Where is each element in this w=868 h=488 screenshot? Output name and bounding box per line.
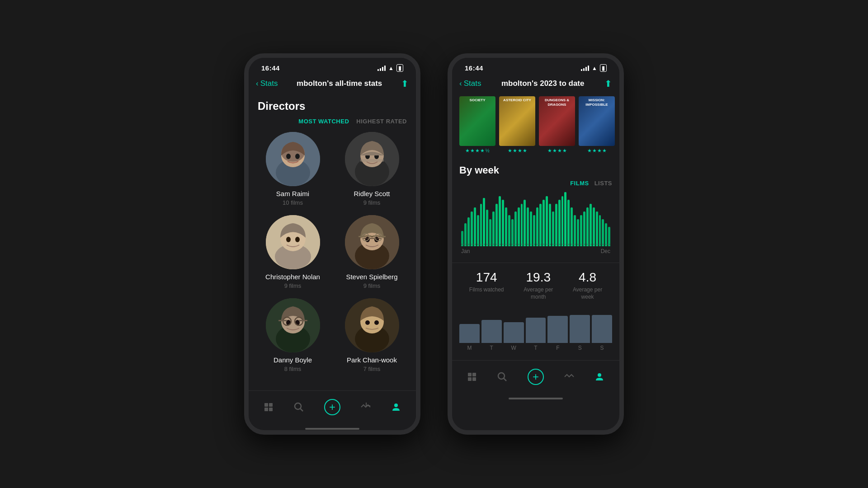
ridley-scott-avatar: [345, 132, 399, 186]
day-bar-1: [481, 320, 502, 343]
battery-icon: ▮: [396, 64, 403, 72]
avg-week-label: Average perweek: [573, 286, 602, 300]
weekly-bar-37: [577, 219, 579, 246]
svg-point-55: [598, 373, 601, 377]
director-christopher-nolan[interactable]: Christopher Nolan 9 films: [258, 215, 328, 289]
movie-title-asteroid: ASTEROID CITY: [499, 96, 535, 104]
right-back-button[interactable]: ‹ Stats: [459, 79, 481, 88]
chart-axis-labels: Jan Dec: [459, 246, 612, 254]
right-chevron-left-icon: ‹: [459, 79, 462, 88]
svg-rect-27: [378, 236, 386, 237]
movie-thumb-2[interactable]: ASTEROID CITY ★ ★ ★ ★: [499, 96, 535, 154]
right-status-time: 16:44: [465, 64, 483, 72]
lists-chart-tab[interactable]: LISTS: [594, 180, 612, 187]
weekly-bar-15: [508, 215, 510, 246]
weekly-bar-41: [590, 204, 592, 246]
weekly-bar-20: [524, 200, 526, 246]
left-share-button[interactable]: ⬆: [401, 78, 409, 89]
left-tab-add[interactable]: +: [324, 399, 340, 415]
svg-rect-51: [468, 377, 472, 381]
day-bar-wrapper-2: W: [504, 315, 524, 351]
director-park-chan-wook[interactable]: Park Chan-wook 7 films: [337, 298, 407, 372]
weekly-bar-16: [511, 219, 514, 246]
day-bar-4: [547, 316, 568, 343]
right-tab-activity[interactable]: [564, 371, 575, 382]
day-bar-wrapper-6: S: [592, 315, 612, 351]
weekly-bar-46: [605, 223, 607, 246]
svg-point-6: [295, 154, 300, 159]
movie-poster-dungeons: DUNGEONS & DRAGONS: [539, 96, 575, 146]
stats-row: 174 Films watched 19.3 Average permonth …: [452, 263, 619, 308]
right-tab-add[interactable]: +: [528, 369, 544, 385]
weekly-bar-10: [492, 211, 495, 246]
day-bar-wrapper-5: S: [570, 315, 590, 351]
right-battery-icon: ▮: [600, 64, 607, 72]
day-label-2: W: [511, 345, 516, 351]
day-label-0: M: [467, 345, 472, 351]
svg-rect-12: [360, 159, 384, 162]
day-bar-wrapper-4: F: [547, 315, 568, 351]
danny-boyle-name: Danny Boyle: [274, 356, 312, 364]
left-phone: 16:44 ▲ ▮ ‹ Stats mb: [244, 53, 420, 435]
director-steven-spielberg[interactable]: Steven Spielberg 9 films: [337, 215, 407, 289]
weekly-bar-32: [561, 196, 564, 246]
weekly-bar-38: [580, 215, 582, 246]
directors-grid: Sam Raimi 10 films: [249, 132, 416, 372]
movie-thumb-4[interactable]: MISSION: IMPOSSIBLE ★ ★ ★ ★: [579, 96, 615, 154]
weekly-bar-19: [521, 204, 523, 246]
weekly-bar-11: [495, 204, 498, 246]
weekly-bar-23: [533, 215, 535, 246]
director-ridley-scott[interactable]: Ridley Scott 9 films: [337, 132, 407, 206]
svg-rect-52: [472, 377, 476, 381]
movie-thumb-1[interactable]: SOCIETY ★ ★ ★ ★ ½: [459, 96, 495, 154]
danny-boyle-avatar: [266, 298, 320, 352]
films-tab-icon: [263, 402, 274, 413]
films-chart-tab[interactable]: FILMS: [570, 180, 589, 187]
svg-point-41: [374, 320, 379, 325]
left-tab-films[interactable]: [263, 402, 274, 413]
weekly-bar-7: [483, 198, 485, 246]
weekly-bar-35: [571, 207, 573, 246]
right-tab-search[interactable]: [497, 371, 508, 382]
svg-rect-42: [264, 403, 268, 407]
movie-thumb-3[interactable]: DUNGEONS & DRAGONS ★ ★ ★ ★: [539, 96, 575, 154]
weekly-bar-24: [536, 207, 538, 246]
right-status-bar: 16:44 ▲ ▮: [452, 58, 619, 75]
svg-rect-35: [278, 320, 287, 321]
weekly-bar-30: [555, 204, 557, 246]
right-tab-profile[interactable]: [594, 371, 605, 382]
right-signal-icon: [581, 66, 589, 71]
movie-rating-1: ★ ★ ★ ★ ½: [465, 148, 489, 154]
day-bar-wrapper-3: T: [526, 315, 546, 351]
park-chan-wook-avatar: [345, 298, 399, 352]
park-chan-wook-name: Park Chan-wook: [347, 356, 397, 364]
most-watched-tab[interactable]: MOST WATCHED: [298, 118, 349, 125]
highest-rated-tab[interactable]: HIGHEST RATED: [356, 118, 407, 125]
ridley-scott-name: Ridley Scott: [354, 190, 390, 197]
search-tab-icon: [293, 402, 304, 413]
avg-month-label: Average permonth: [524, 286, 553, 300]
left-tab-search[interactable]: [293, 402, 304, 413]
svg-point-40: [365, 320, 370, 325]
weekly-bar-1: [464, 223, 467, 246]
left-tab-activity[interactable]: [360, 402, 371, 413]
right-share-button[interactable]: ⬆: [604, 78, 612, 89]
right-wifi-icon: ▲: [592, 65, 597, 71]
day-label-6: S: [600, 345, 604, 351]
avg-per-month-stat: 19.3 Average permonth: [524, 270, 553, 300]
right-status-icons: ▲ ▮: [581, 64, 607, 72]
left-back-button[interactable]: ‹ Stats: [256, 79, 278, 88]
left-status-time: 16:44: [261, 64, 280, 72]
weekly-bar-13: [502, 200, 504, 246]
director-sam-raimi[interactable]: Sam Raimi 10 films: [258, 132, 328, 206]
left-tab-profile[interactable]: [391, 402, 401, 413]
by-week-title: By week: [459, 164, 612, 176]
day-bar-2: [504, 322, 524, 343]
ridley-scott-films: 9 films: [363, 199, 381, 206]
right-tab-films[interactable]: [467, 371, 477, 382]
weekly-bar-43: [596, 211, 598, 246]
weekly-bar-45: [602, 219, 604, 246]
christopher-nolan-avatar: [266, 215, 320, 269]
right-nav-header: ‹ Stats mbolton's 2023 to date ⬆: [452, 75, 619, 93]
director-danny-boyle[interactable]: Danny Boyle 8 films: [258, 298, 328, 372]
